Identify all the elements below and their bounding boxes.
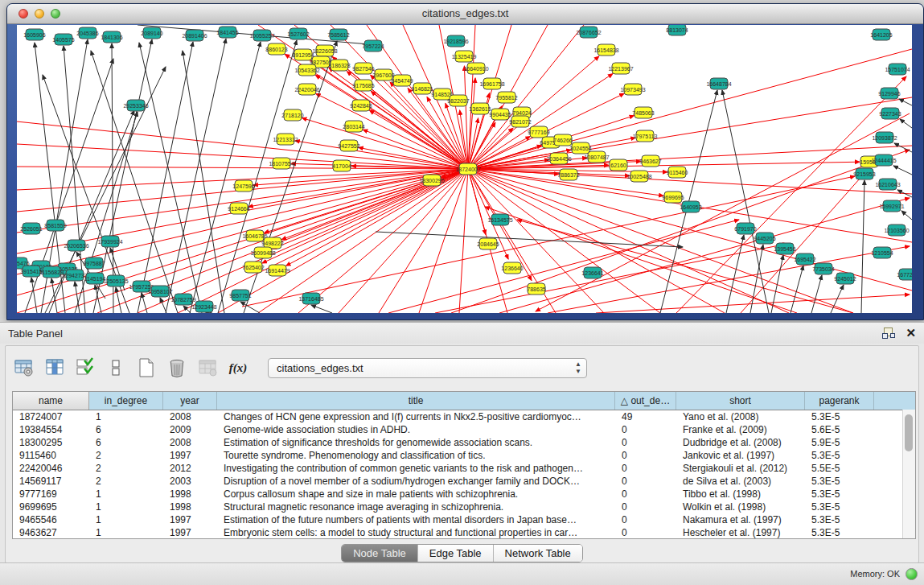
table-cell[interactable]: 9699695 [13,501,89,513]
graph-node[interactable]: 18300295 [419,175,444,186]
table-cell[interactable]: 5.3E-5 [805,527,874,538]
table-cell[interactable]: 2012 [163,463,217,474]
table-cell[interactable]: 2008 [163,411,217,422]
table-cell[interactable]: 0 [615,501,676,513]
graph-node[interactable]: 12213312 [273,134,298,145]
table-row[interactable]: 977716911998Corpus callosum shape and si… [13,488,915,501]
graph-node[interactable]: 11325419 [452,51,477,62]
graph-node[interactable]: 12103560 [884,225,909,236]
table-cell[interactable]: 22420046 [13,463,89,474]
column-header-out_de[interactable]: △ out_de… [615,392,676,410]
tab-network-table[interactable]: Network Table [494,545,582,562]
graph-node[interactable]: 15751074 [885,64,910,75]
graph-node[interactable]: 9129946 [878,88,900,99]
graph-node[interactable]: 15992971 [879,200,904,212]
graph-node[interactable]: 1695422 [794,253,815,265]
table-cell[interactable]: Structural magnetic resonance image aver… [217,501,615,513]
graph-node[interactable]: 9904435 [489,109,511,120]
table-settings-icon[interactable] [12,356,36,380]
graph-node[interactable]: 1395456 [774,243,795,254]
table-cell[interactable]: 1998 [163,501,217,513]
import-table-icon[interactable] [195,356,220,380]
graph-node[interactable]: 1210554 [871,247,893,258]
graph-node[interactable]: 17939924 [97,236,122,247]
table-cell[interactable]: 0 [615,527,676,538]
network-graph[interactable]: 1872400788601238912954182260589827509818… [17,25,912,313]
graph-node[interactable]: 13716485 [298,293,323,304]
graph-node[interactable]: 1362615 [469,103,491,114]
graph-node[interactable]: 6791970 [734,223,756,234]
graph-node[interactable]: 9146821 [411,83,433,94]
new-table-icon[interactable] [134,356,158,380]
graph-node[interactable]: 1841306 [101,31,122,43]
table-cell[interactable]: 1 [89,527,163,538]
table-cell[interactable]: Estimation of the future numbers of pati… [217,514,615,525]
table-row[interactable]: 1938455462009Genome-wide association stu… [13,423,915,436]
table-cell[interactable]: 19384554 [13,424,89,435]
graph-node[interactable]: 8581559 [44,220,66,231]
table-cell[interactable]: Estimation of significance thresholds fo… [217,437,615,448]
table-cell[interactable]: Investigating the contribution of common… [217,463,615,474]
graph-node[interactable]: 1677205 [897,269,912,280]
graph-node[interactable]: 1527602 [287,28,309,39]
table-row[interactable]: 1872400712008Changes of HCN gene express… [13,410,915,423]
table-cell[interactable]: 1 [89,501,163,513]
table-cell[interactable]: 9115460 [13,450,89,461]
graph-node[interactable]: 12213967 [608,63,633,74]
table-cell[interactable]: 5.6E-5 [805,424,874,435]
column-header-title[interactable]: title [217,392,615,410]
graph-node[interactable]: 16099488 [250,247,275,258]
table-row[interactable]: 946362711997Embryonic stem cells: a mode… [13,526,915,539]
table-cell[interactable]: 2003 [163,476,217,487]
graph-node[interactable]: 10973493 [620,84,645,95]
scrollbar-thumb[interactable] [905,414,913,451]
graph-node[interactable]: 10543362 [294,64,319,76]
table-cell[interactable]: Stergiakouli et al. (2012) [676,463,805,474]
table-cell[interactable]: de Silva et al. (2003) [676,476,805,487]
graph-node[interactable]: 9821072 [509,116,531,127]
column-header-short[interactable]: short [676,392,805,410]
column-header-pagerank[interactable]: pagerank [805,392,874,410]
graph-node[interactable]: 3024554 [569,142,591,154]
graph-node[interactable]: 19218596 [443,35,468,47]
table-cell[interactable]: 2 [89,476,163,487]
graph-node[interactable]: 1405575 [52,34,74,45]
table-cell[interactable]: 2 [89,450,163,461]
table-cell[interactable]: 5.5E-5 [805,463,874,474]
graph-node[interactable]: 9445205 [754,233,775,244]
table-cell[interactable]: 0 [615,450,676,461]
table-cell[interactable]: 9777169 [13,488,89,500]
graph-node[interactable]: 9827546 [352,63,374,74]
table-cell[interactable]: 5.3E-5 [805,450,874,461]
graph-node[interactable]: 18226058 [312,45,337,56]
table-cell[interactable]: Wolkin et al. (1998) [676,501,805,513]
table-cell[interactable]: 14569117 [13,476,89,487]
table-cell[interactable]: 0 [615,437,676,448]
table-cell[interactable]: 5.3E-5 [805,501,874,513]
tab-node-table[interactable]: Node Table [342,545,418,562]
table-cell[interactable]: Franke et al. (2009) [676,424,805,435]
graph-node[interactable]: 12444415 [871,154,896,166]
graph-node[interactable]: 417004 [332,160,351,171]
graph-node[interactable]: 9215953 [853,168,875,179]
table-cell[interactable]: 5.3E-5 [805,476,874,487]
column-header-in_degree[interactable]: in_degree [89,392,163,410]
graph-node[interactable]: 9699695 [662,192,684,203]
graph-node[interactable]: 7485063 [632,107,654,118]
table-row[interactable]: 969969511998Structural magnetic resonanc… [13,501,915,513]
table-row[interactable]: 1830029562008Estimation of significance … [13,436,915,449]
graph-node[interactable]: 788635 [527,283,545,295]
table-cell[interactable]: 5.3E-5 [805,488,874,500]
graph-node[interactable]: 20876652 [576,27,601,38]
graph-node[interactable]: 7585612 [327,29,349,40]
rows-icon[interactable] [104,356,128,380]
table-row[interactable]: 1456911722003Disruption of a novel membe… [13,475,915,488]
table-cell[interactable]: 6 [89,437,163,448]
graph-node[interactable]: 746266 [553,134,572,146]
graph-node[interactable]: 18724007 [455,163,480,175]
table-cell[interactable]: 5.9E-5 [805,437,874,448]
graph-node[interactable]: 12923448 [191,301,216,312]
network-canvas[interactable]: 1872400788601238912954182260589827509818… [17,25,912,313]
table-cell[interactable]: 9465546 [13,514,89,525]
graph-node[interactable]: 7625402 [242,262,264,273]
